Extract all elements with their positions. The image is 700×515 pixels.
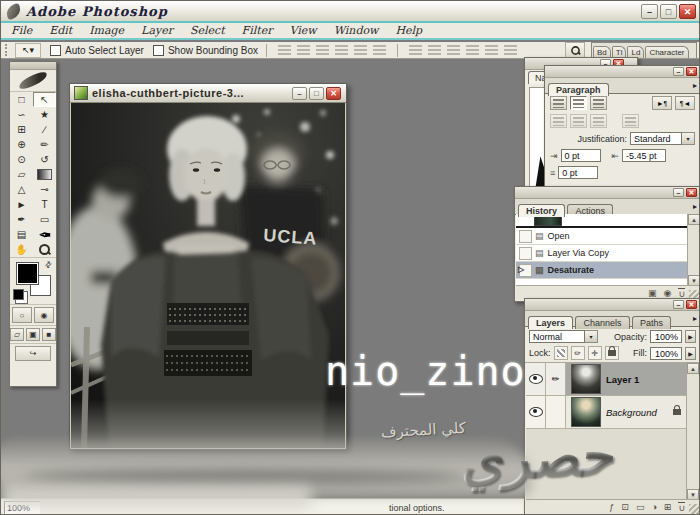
delete-layer-trash-icon[interactable]: ∪ — [678, 502, 685, 513]
align-bottom-edges-icon[interactable] — [373, 45, 386, 56]
distribute-right-edges-icon[interactable] — [504, 45, 517, 56]
align-left-edges-icon[interactable] — [278, 45, 291, 56]
paragraph-menu-arrow-icon[interactable]: ▸ — [693, 81, 697, 90]
history-state-row[interactable]: ▷▤Desaturate — [516, 262, 699, 279]
history-source-checkbox[interactable] — [519, 230, 532, 243]
justify-last-left-button[interactable] — [550, 114, 567, 128]
paragraph-minimize-button[interactable]: – — [673, 67, 684, 76]
layers-minimize-button[interactable]: – — [673, 300, 684, 309]
menu-select[interactable]: Select — [190, 24, 225, 37]
tab-layers[interactable]: Layers — [528, 316, 573, 329]
default-colors-icon[interactable] — [13, 289, 24, 300]
tab-history[interactable]: History — [518, 204, 565, 217]
menu-image[interactable]: Image — [89, 24, 124, 37]
align-right-edges-icon[interactable] — [316, 45, 329, 56]
history-state-row[interactable]: ▤Layer Via Copy — [516, 245, 699, 262]
options-grip[interactable] — [5, 44, 11, 56]
tool-magic-wand[interactable]: ★ — [33, 107, 56, 122]
history-source-checkbox[interactable] — [519, 247, 532, 260]
tool-brush[interactable]: ✏ — [33, 137, 56, 152]
justify-all-button[interactable] — [622, 114, 639, 128]
menu-help[interactable]: Help — [395, 24, 422, 37]
tab-channels[interactable]: Channels — [575, 316, 629, 329]
layer-style-icon[interactable]: ƒ — [609, 502, 614, 512]
opacity-field[interactable]: 100% — [650, 330, 682, 343]
close-button[interactable]: ✕ — [679, 4, 696, 19]
tool-rectangular-marquee[interactable]: □ — [10, 92, 33, 107]
document-title-bar[interactable]: elisha-cuthbert-picture-3... – □ ✕ — [70, 84, 346, 103]
link-cell[interactable] — [546, 396, 566, 428]
layer1-name[interactable]: Layer 1 — [606, 374, 639, 385]
menu-filter[interactable]: Filter — [242, 24, 273, 37]
menu-file[interactable]: File — [11, 24, 32, 37]
auto-select-layer-option[interactable]: Auto Select Layer — [50, 45, 144, 56]
delete-state-trash-icon[interactable]: ∪ — [678, 288, 685, 299]
blend-mode-dropdown-icon[interactable]: ▾ — [585, 330, 598, 343]
distribute-left-edges-icon[interactable] — [466, 45, 479, 56]
align-text-right-button[interactable] — [590, 96, 607, 110]
tool-move[interactable]: ↖ — [33, 92, 56, 107]
tool-eraser[interactable]: ▱ — [10, 167, 33, 182]
tool-clone-stamp[interactable]: ⊙ — [10, 152, 33, 167]
visibility-cell[interactable] — [526, 363, 546, 395]
doc-close-button[interactable]: ✕ — [326, 87, 341, 100]
layers-title-bar[interactable]: – ✕ — [525, 299, 700, 311]
layer1-thumbnail[interactable] — [571, 364, 601, 394]
opacity-popup-icon[interactable]: ▶ — [685, 330, 696, 343]
palette-well-tab-character[interactable]: Character — [645, 46, 688, 58]
quick-mask-mode-button[interactable]: ◉ — [34, 307, 54, 323]
indent-left-field[interactable]: 0 pt — [561, 149, 601, 162]
add-mask-icon[interactable]: ⊡ — [621, 502, 629, 512]
standard-screen-button[interactable]: ▱ — [10, 328, 24, 341]
swap-colors-icon[interactable]: ⇄ — [43, 259, 54, 270]
fill-field[interactable]: 100% — [650, 347, 682, 360]
canvas-photo[interactable]: UCLA — [71, 103, 345, 448]
paragraph-title-bar[interactable]: – ✕ — [545, 66, 700, 78]
tool-path-selection[interactable]: ► — [10, 197, 33, 212]
file-browser-button[interactable] — [565, 42, 585, 58]
distribute-horizontal-centers-icon[interactable] — [485, 45, 498, 56]
layer-row-layer1[interactable]: ✏ Layer 1 — [526, 363, 687, 396]
align-horizontal-centers-icon[interactable] — [297, 45, 310, 56]
align-text-center-button[interactable] — [570, 96, 587, 110]
lock-transparency-button[interactable] — [554, 346, 568, 360]
justification-select[interactable]: Standard — [630, 132, 682, 145]
align-top-edges-icon[interactable] — [335, 45, 348, 56]
maximize-button[interactable]: □ — [660, 4, 677, 19]
show-bounding-box-option[interactable]: Show Bounding Box — [153, 45, 258, 56]
tool-pen[interactable]: ✒ — [10, 212, 33, 227]
adjustment-layer-icon[interactable]: ◑ — [651, 502, 656, 512]
current-tool-button[interactable]: ↖ ▾ — [15, 43, 41, 58]
tool-dodge[interactable]: ⊸ — [33, 182, 56, 197]
show-bounding-box-checkbox[interactable] — [153, 45, 164, 56]
fullscreen-menubar-button[interactable]: ▣ — [26, 328, 40, 341]
tab-paths[interactable]: Paths — [632, 316, 671, 329]
doc-minimize-button[interactable]: – — [292, 87, 307, 100]
toolbox-grip[interactable] — [10, 62, 56, 70]
tool-zoom[interactable] — [33, 242, 56, 257]
layers-close-button[interactable]: ✕ — [686, 300, 697, 309]
justification-dropdown-icon[interactable]: ▾ — [682, 132, 695, 145]
tool-type[interactable]: T — [33, 197, 56, 212]
fullscreen-button[interactable]: ■ — [42, 328, 56, 341]
burasagari-button[interactable]: ¶◄ — [675, 96, 695, 110]
zoom-level-field[interactable]: 100% — [4, 501, 40, 514]
indent-right-field[interactable]: -5.45 pt — [622, 149, 666, 162]
eye-icon[interactable] — [529, 374, 543, 384]
layers-menu-arrow-icon[interactable]: ▸ — [693, 314, 697, 323]
history-menu-arrow-icon[interactable]: ▸ — [693, 202, 697, 211]
layers-scrollbar[interactable]: ▲ ▼ — [686, 363, 699, 500]
menu-edit[interactable]: Edit — [49, 24, 72, 37]
tool-lasso[interactable]: ∽ — [10, 107, 33, 122]
tool-gradient[interactable] — [33, 167, 56, 182]
background-name[interactable]: Background — [606, 407, 657, 418]
lock-all-button[interactable] — [605, 346, 619, 360]
foreground-color-swatch[interactable] — [17, 263, 38, 284]
align-vertical-centers-icon[interactable] — [354, 45, 367, 56]
lock-position-button[interactable]: ✛ — [588, 346, 602, 360]
tool-slice[interactable]: ∕ — [33, 122, 56, 137]
doc-maximize-button[interactable]: □ — [309, 87, 324, 100]
link-cell[interactable]: ✏ — [546, 363, 566, 395]
tool-healing-brush[interactable]: ⊕ — [10, 137, 33, 152]
tool-blur[interactable]: △ — [10, 182, 33, 197]
